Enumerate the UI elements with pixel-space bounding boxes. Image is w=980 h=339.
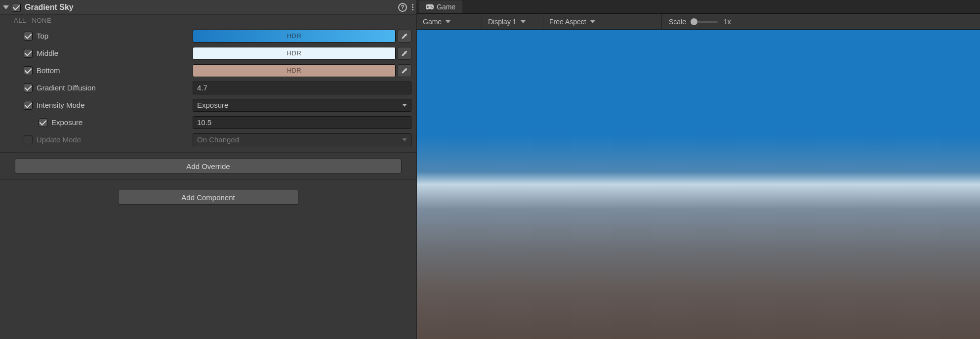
override-checkbox-middle[interactable] xyxy=(24,49,33,58)
dropdown-intensity-mode[interactable]: Exposure xyxy=(193,99,411,112)
float-field-exposure[interactable]: 10.5 xyxy=(193,116,411,129)
prop-label-exposure: Exposure xyxy=(51,118,82,127)
scale-value: 1x xyxy=(724,18,731,26)
chevron-down-icon xyxy=(521,20,526,23)
component-header: Gradient Sky ? xyxy=(0,0,416,15)
add-component-button[interactable]: Add Component xyxy=(118,190,298,205)
eyedropper-top[interactable] xyxy=(398,30,411,42)
scale-label: Scale xyxy=(669,18,686,26)
chevron-down-icon xyxy=(446,20,450,23)
foldout-icon[interactable] xyxy=(3,5,9,9)
prop-row-middle: Middle HDR xyxy=(5,44,411,62)
prop-label-intensity-mode: Intensity Mode xyxy=(37,101,85,109)
override-all-none: ALL NONE xyxy=(0,15,416,26)
game-view-dropdown[interactable]: Game xyxy=(417,14,482,29)
game-panel: Game Game Display 1 Free Aspect Scale 1x xyxy=(417,0,980,339)
prop-row-bottom: Bottom HDR xyxy=(5,62,411,79)
add-component-section: Add Component xyxy=(0,179,416,214)
color-field-bottom[interactable]: HDR xyxy=(193,64,396,77)
all-button[interactable]: ALL xyxy=(14,17,26,24)
game-toolbar: Game Display 1 Free Aspect Scale 1x xyxy=(417,14,980,30)
context-menu-icon[interactable] xyxy=(412,4,413,10)
add-override-section: Add Override xyxy=(0,152,416,179)
scale-slider[interactable] xyxy=(692,21,718,23)
override-checkbox-exposure[interactable] xyxy=(39,118,47,127)
prop-row-top: Top HDR xyxy=(5,27,411,44)
override-checkbox-update-mode[interactable] xyxy=(24,135,33,144)
color-field-middle[interactable]: HDR xyxy=(193,47,396,60)
chevron-down-icon xyxy=(402,104,407,107)
display-dropdown[interactable]: Display 1 xyxy=(482,14,543,29)
override-checkbox-intensity-mode[interactable] xyxy=(24,101,33,110)
help-icon[interactable]: ? xyxy=(398,3,407,12)
properties-list: Top HDR Middle HDR xyxy=(0,26,416,152)
override-checkbox-bottom[interactable] xyxy=(24,66,33,75)
prop-label-update-mode: Update Mode xyxy=(37,135,81,144)
prop-row-update-mode: Update Mode On Changed xyxy=(5,131,411,148)
color-field-top[interactable]: HDR xyxy=(193,30,396,42)
tab-game[interactable]: Game xyxy=(419,0,462,13)
component-title: Gradient Sky xyxy=(25,3,398,12)
component-enable-checkbox[interactable] xyxy=(12,3,21,12)
slider-thumb[interactable] xyxy=(691,18,697,25)
prop-label-top: Top xyxy=(37,32,48,40)
eyedropper-bottom[interactable] xyxy=(398,64,411,77)
inspector-panel: Gradient Sky ? ALL NONE Top HDR xyxy=(0,0,417,339)
prop-label-middle: Middle xyxy=(37,49,58,57)
tab-bar: Game xyxy=(417,0,980,14)
override-checkbox-gradient-diffusion[interactable] xyxy=(24,84,33,92)
add-override-button[interactable]: Add Override xyxy=(15,159,402,173)
game-view xyxy=(417,30,980,339)
eyedropper-middle[interactable] xyxy=(398,47,411,60)
prop-label-gradient-diffusion: Gradient Diffusion xyxy=(37,84,96,92)
prop-label-bottom: Bottom xyxy=(37,66,60,75)
float-field-gradient-diffusion[interactable]: 4.7 xyxy=(193,82,411,94)
none-button[interactable]: NONE xyxy=(32,17,52,24)
chevron-down-icon xyxy=(402,138,407,141)
override-checkbox-top[interactable] xyxy=(24,32,33,41)
dropdown-update-mode: On Changed xyxy=(193,133,411,146)
scale-control: Scale 1x xyxy=(662,18,738,26)
prop-row-gradient-diffusion: Gradient Diffusion 4.7 xyxy=(5,79,411,96)
gamepad-icon xyxy=(426,4,434,10)
prop-row-intensity-mode: Intensity Mode Exposure xyxy=(5,96,411,114)
chevron-down-icon xyxy=(590,20,595,23)
aspect-dropdown[interactable]: Free Aspect xyxy=(543,14,662,29)
prop-row-exposure: Exposure 10.5 xyxy=(5,114,411,131)
